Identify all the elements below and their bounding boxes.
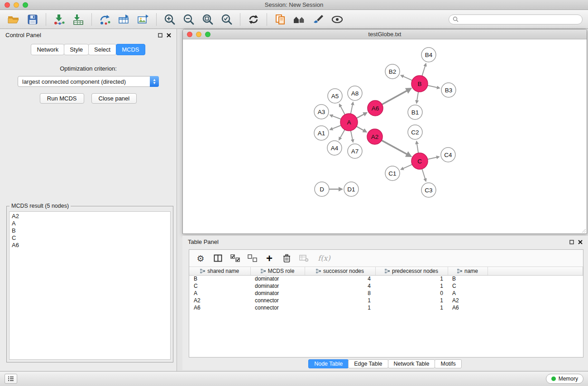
graph-edge-A6-B[interactable]: [382, 89, 411, 105]
column-selector-button[interactable]: [211, 252, 225, 265]
table-cell[interactable]: 1: [375, 297, 448, 304]
open-session-button[interactable]: [5, 12, 22, 27]
graph-edge-A-A4[interactable]: [339, 130, 344, 140]
table-cell[interactable]: 1: [305, 304, 375, 311]
search-box[interactable]: [449, 14, 583, 24]
float-panel-icon[interactable]: [158, 33, 163, 38]
table-cell[interactable]: 1: [375, 275, 448, 282]
zoom-window-button[interactable]: [23, 2, 28, 8]
table-cell[interactable]: A6: [189, 304, 250, 311]
graph-edge-C-C4[interactable]: [428, 157, 439, 160]
graph-edge-A-A7[interactable]: [351, 131, 353, 142]
zoom-in-button[interactable]: [162, 12, 178, 27]
export-image-button[interactable]: [135, 12, 151, 27]
graph-edge-A2-C[interactable]: [382, 140, 411, 156]
column-header-name[interactable]: name: [448, 267, 488, 275]
table-cell[interactable]: A2: [189, 297, 250, 304]
result-item[interactable]: C: [10, 234, 169, 242]
table-row[interactable]: Bdominator41B: [189, 275, 583, 282]
zoom-out-button[interactable]: [181, 12, 197, 27]
table-cell[interactable]: B: [189, 275, 250, 282]
minimize-window-button[interactable]: [14, 2, 19, 8]
graph-edge-A-A2[interactable]: [357, 126, 366, 132]
graph-edge-C-C2[interactable]: [416, 142, 418, 153]
table-cell[interactable]: 0: [375, 290, 448, 297]
table-cell[interactable]: 4: [305, 282, 375, 290]
graph-edge-C-C3[interactable]: [422, 169, 425, 181]
export-table-button[interactable]: [116, 12, 132, 27]
table-cell[interactable]: connector: [250, 304, 305, 311]
result-item[interactable]: A: [10, 220, 169, 227]
table-cell[interactable]: 4: [305, 275, 375, 282]
table-cell[interactable]: dominator: [250, 282, 305, 290]
table-cell[interactable]: 1: [305, 297, 375, 304]
close-table-panel-icon[interactable]: [578, 240, 583, 244]
close-window-button[interactable]: [5, 2, 10, 8]
graph-edge-A-A1[interactable]: [330, 125, 341, 129]
result-item[interactable]: A2: [10, 213, 169, 220]
optimization-criterion-dropdown[interactable]: largest connected component (directed) ▲…: [18, 76, 159, 87]
column-header-successor-nodes[interactable]: successor nodes: [305, 267, 375, 275]
graph-edge-A-A5[interactable]: [339, 105, 345, 115]
add-column-button[interactable]: +: [263, 252, 276, 265]
table-cell[interactable]: dominator: [250, 275, 305, 282]
neighbors-button[interactable]: [291, 12, 307, 27]
tab-node-table[interactable]: Node Table: [308, 359, 349, 368]
graph-edge-B-B2[interactable]: [401, 76, 412, 81]
network-canvas[interactable]: AA6A2BCA5A8A3A1A4A7B4B2B3B1C2C4C1C3DD1: [183, 39, 587, 234]
table-settings-button[interactable]: ⚙: [194, 252, 207, 265]
table-cell[interactable]: 1: [375, 304, 448, 311]
graph-edge-B-B1[interactable]: [416, 92, 418, 103]
float-table-panel-icon[interactable]: [569, 240, 574, 244]
deselect-all-button[interactable]: [245, 252, 259, 265]
memory-button[interactable]: Memory: [546, 374, 583, 384]
table-cell[interactable]: A6: [448, 304, 488, 311]
graph-edge-C-C1[interactable]: [401, 164, 412, 169]
style-brush-button[interactable]: [310, 12, 326, 27]
tab-select[interactable]: Select: [88, 44, 116, 55]
refresh-button[interactable]: [245, 12, 262, 27]
close-panel-icon[interactable]: [167, 33, 171, 38]
tab-mcds[interactable]: MCDS: [116, 44, 145, 55]
graph-edge-B-B3[interactable]: [428, 86, 440, 88]
result-item[interactable]: B: [10, 227, 169, 234]
mcds-result-list[interactable]: A2ABCA6: [9, 211, 171, 360]
column-header-MCDS-role[interactable]: MCDS role: [250, 267, 305, 275]
minimize-network-window-button[interactable]: [196, 32, 201, 37]
table-cell[interactable]: 1: [375, 282, 448, 290]
graph-edge-A-A8[interactable]: [351, 103, 353, 114]
column-header-predecessor-nodes[interactable]: predecessor nodes: [375, 267, 448, 275]
table-cell[interactable]: 8: [305, 290, 375, 297]
network-graph[interactable]: AA6A2BCA5A8A3A1A4A7B4B2B3B1C2C4C1C3DD1: [183, 39, 587, 234]
table-row[interactable]: A6connector11A6: [189, 304, 583, 311]
resize-grip-icon[interactable]: [581, 228, 586, 233]
close-network-window-button[interactable]: [187, 32, 192, 37]
table-row[interactable]: A2connector11A2: [189, 297, 583, 304]
tab-network-table[interactable]: Network Table: [388, 359, 435, 368]
show-graphics-details-button[interactable]: [329, 12, 345, 27]
table-cell[interactable]: dominator: [250, 290, 305, 297]
search-input[interactable]: [461, 16, 578, 23]
table-row[interactable]: Cdominator41C: [189, 282, 583, 290]
table-cell[interactable]: C: [189, 282, 250, 290]
zoom-selected-button[interactable]: [219, 12, 235, 27]
graph-edge-A-A3[interactable]: [330, 115, 341, 119]
import-table-button[interactable]: [70, 12, 86, 27]
tab-style[interactable]: Style: [64, 44, 89, 55]
result-item[interactable]: A6: [10, 242, 169, 249]
run-mcds-button[interactable]: Run MCDS: [40, 93, 84, 104]
table-cell[interactable]: connector: [250, 297, 305, 304]
tab-motifs[interactable]: Motifs: [435, 359, 461, 368]
tab-edge-table[interactable]: Edge Table: [348, 359, 388, 368]
table-cell[interactable]: C: [448, 282, 488, 290]
save-session-button[interactable]: [24, 12, 41, 27]
select-all-button[interactable]: [228, 252, 242, 265]
graph-edge-B-B4[interactable]: [422, 64, 425, 76]
network-window-titlebar[interactable]: testGlobe.txt: [183, 29, 587, 39]
table-cell[interactable]: A: [448, 290, 488, 297]
table-cell[interactable]: B: [448, 275, 488, 282]
close-panel-button[interactable]: Close panel: [91, 93, 137, 104]
import-network-button[interactable]: [51, 12, 67, 27]
tab-network[interactable]: Network: [31, 44, 64, 55]
graph-edge-A-A6[interactable]: [357, 113, 367, 118]
